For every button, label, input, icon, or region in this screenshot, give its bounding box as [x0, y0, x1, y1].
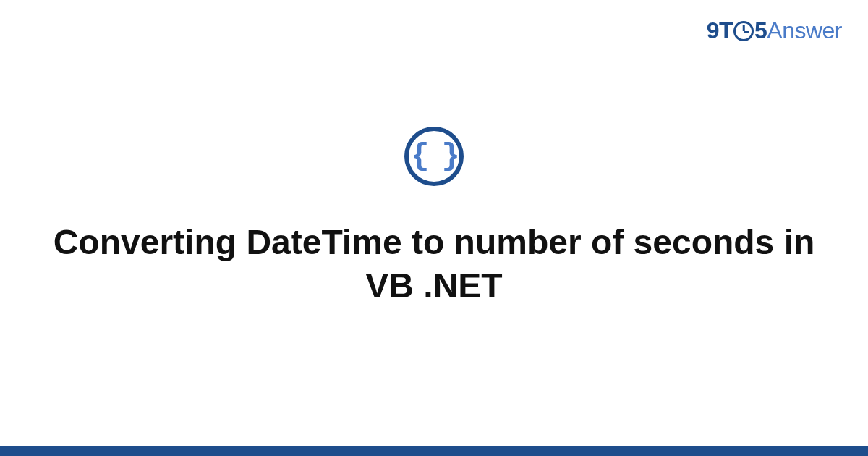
clock-icon: [733, 21, 754, 41]
footer-accent-bar: [0, 446, 868, 456]
site-logo: 9T 5 Answer: [707, 17, 842, 44]
page-title: Converting DateTime to number of seconds…: [0, 221, 868, 308]
code-braces-icon: { }: [404, 127, 464, 186]
braces-glyph: { }: [411, 139, 457, 174]
main-content: { } Converting DateTime to number of sec…: [0, 127, 868, 308]
logo-text-5: 5: [754, 17, 767, 44]
logo-text-answer: Answer: [767, 17, 842, 44]
logo-text-9t: 9T: [707, 17, 733, 44]
